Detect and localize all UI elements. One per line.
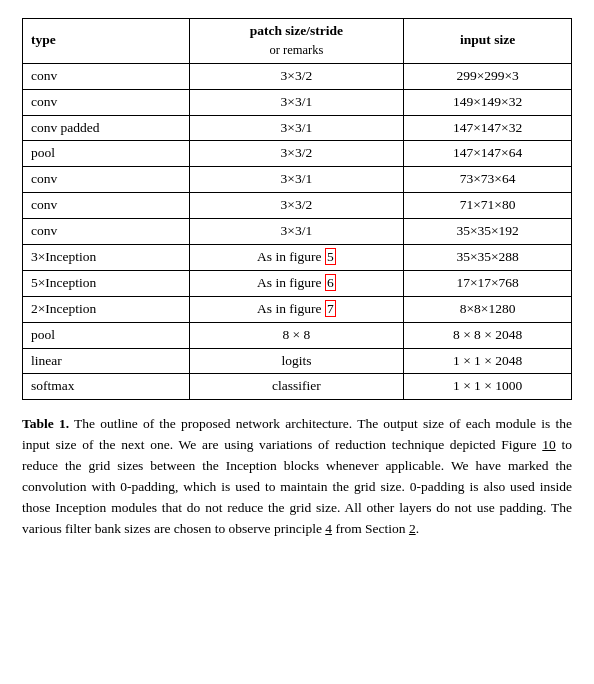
row-input: 147×147×32 (404, 115, 572, 141)
row-patch: 3×3/1 (189, 89, 404, 115)
col-type-header: type (23, 19, 190, 64)
row-input: 1 × 1 × 1000 (404, 374, 572, 400)
patch-header-main: patch size/stride (250, 23, 343, 38)
table-row: pool8 × 88 × 8 × 2048 (23, 322, 572, 348)
row-patch: 3×3/1 (189, 115, 404, 141)
row-patch: As in figure 5 (189, 245, 404, 271)
row-patch: 3×3/1 (189, 167, 404, 193)
table-row: conv3×3/173×73×64 (23, 167, 572, 193)
caption-ref10: 10 (542, 437, 556, 452)
row-type: linear (23, 348, 190, 374)
architecture-table: type patch size/stride or remarks input … (22, 18, 572, 400)
row-patch: 3×3/2 (189, 193, 404, 219)
table-row: 5×InceptionAs in figure 617×17×768 (23, 270, 572, 296)
table-row: 2×InceptionAs in figure 78×8×1280 (23, 296, 572, 322)
row-input: 35×35×288 (404, 245, 572, 271)
row-input: 8×8×1280 (404, 296, 572, 322)
row-type: conv (23, 89, 190, 115)
row-input: 71×71×80 (404, 193, 572, 219)
row-patch: classifier (189, 374, 404, 400)
col-input-header: input size (404, 19, 572, 64)
table-row: conv3×3/271×71×80 (23, 193, 572, 219)
row-patch: As in figure 6 (189, 270, 404, 296)
row-type: conv (23, 219, 190, 245)
table-caption: Table 1. The outline of the proposed net… (22, 414, 572, 540)
row-input: 299×299×3 (404, 63, 572, 89)
row-patch: 8 × 8 (189, 322, 404, 348)
figure-ref: 7 (325, 300, 336, 317)
table-row: linearlogits1 × 1 × 2048 (23, 348, 572, 374)
row-type: pool (23, 322, 190, 348)
row-input: 8 × 8 × 2048 (404, 322, 572, 348)
row-patch: 3×3/2 (189, 63, 404, 89)
row-type: 2×Inception (23, 296, 190, 322)
figure-ref: 5 (325, 248, 336, 265)
row-patch: 3×3/1 (189, 219, 404, 245)
table-row: conv padded3×3/1147×147×32 (23, 115, 572, 141)
row-input: 73×73×64 (404, 167, 572, 193)
caption-ref2: 2 (409, 521, 416, 536)
figure-ref: 6 (325, 274, 336, 291)
row-type: pool (23, 141, 190, 167)
caption-text1: The outline of the proposed network arch… (22, 416, 572, 452)
table-row: conv3×3/135×35×192 (23, 219, 572, 245)
caption-text3: from Section (332, 521, 409, 536)
row-type: conv (23, 63, 190, 89)
row-type: conv (23, 193, 190, 219)
row-patch: 3×3/2 (189, 141, 404, 167)
col-patch-header: patch size/stride or remarks (189, 19, 404, 64)
row-type: conv (23, 167, 190, 193)
row-input: 17×17×768 (404, 270, 572, 296)
table-row: softmaxclassifier1 × 1 × 1000 (23, 374, 572, 400)
row-type: 3×Inception (23, 245, 190, 271)
table-row: pool3×3/2147×147×64 (23, 141, 572, 167)
row-input: 147×147×64 (404, 141, 572, 167)
table-row: conv3×3/2299×299×3 (23, 63, 572, 89)
row-patch: logits (189, 348, 404, 374)
row-type: 5×Inception (23, 270, 190, 296)
row-type: conv padded (23, 115, 190, 141)
row-type: softmax (23, 374, 190, 400)
patch-header-sub: or remarks (269, 43, 323, 57)
row-patch: As in figure 7 (189, 296, 404, 322)
row-input: 149×149×32 (404, 89, 572, 115)
table-row: conv3×3/1149×149×32 (23, 89, 572, 115)
caption-text4: . (416, 521, 419, 536)
caption-label: Table 1. (22, 416, 69, 431)
row-input: 35×35×192 (404, 219, 572, 245)
table-row: 3×InceptionAs in figure 535×35×288 (23, 245, 572, 271)
row-input: 1 × 1 × 2048 (404, 348, 572, 374)
